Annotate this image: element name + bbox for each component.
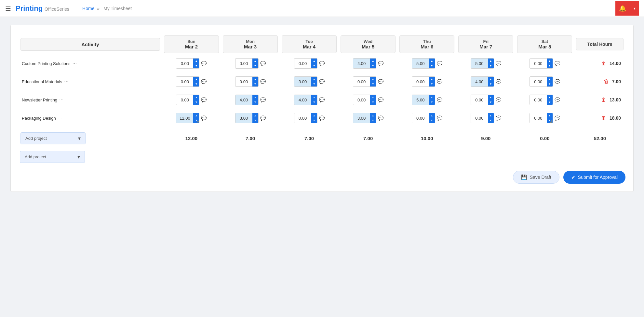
delete-row-button[interactable]: 🗑 [604,79,609,85]
time-input[interactable] [471,113,488,123]
time-input[interactable] [530,77,547,86]
spinner-up-button[interactable]: ▲ [547,95,553,100]
comment-icon[interactable]: 💬 [378,79,383,84]
spinner-down-button[interactable]: ▼ [252,118,258,123]
time-input[interactable] [235,113,252,123]
time-input[interactable] [294,95,311,105]
spinner-up-button[interactable]: ▲ [488,113,494,118]
time-input[interactable] [176,59,193,68]
spinner-up-button[interactable]: ▲ [488,77,494,82]
add-project-button-inline[interactable]: Add project ▾ [20,132,86,144]
time-input[interactable] [530,59,547,68]
spinner-down-button[interactable]: ▼ [311,100,317,105]
spinner-down-button[interactable]: ▼ [252,82,258,86]
comment-icon[interactable]: 💬 [260,97,266,102]
spinner-up-button[interactable]: ▲ [429,77,435,82]
time-input[interactable] [176,77,193,86]
comment-icon[interactable]: 💬 [496,115,501,121]
comment-icon[interactable]: 💬 [319,61,325,66]
delete-row-button[interactable]: 🗑 [601,115,606,121]
spinner-down-button[interactable]: ▼ [252,63,258,68]
comment-icon[interactable]: 💬 [201,61,207,66]
spinner-up-button[interactable]: ▲ [193,95,199,100]
delete-row-button[interactable]: 🗑 [601,60,606,66]
spinner-down-button[interactable]: ▼ [193,82,199,86]
comment-icon[interactable]: 💬 [260,79,266,84]
time-input[interactable] [176,95,193,105]
time-input[interactable] [353,59,370,68]
comment-icon[interactable]: 💬 [496,61,501,66]
comment-icon[interactable]: 💬 [555,79,560,84]
time-input[interactable] [353,77,370,86]
spinner-down-button[interactable]: ▼ [429,82,435,86]
spinner-up-button[interactable]: ▲ [252,77,258,82]
spinner-up-button[interactable]: ▲ [252,95,258,100]
comment-icon[interactable]: 💬 [437,79,442,84]
spinner-down-button[interactable]: ▼ [370,118,376,123]
spinner-up-button[interactable]: ▲ [488,95,494,100]
save-draft-button[interactable]: 💾 Save Draft [513,171,559,184]
spinner-down-button[interactable]: ▼ [311,82,317,86]
comment-icon[interactable]: 💬 [555,61,560,66]
spinner-down-button[interactable]: ▼ [311,63,317,68]
spinner-down-button[interactable]: ▼ [370,82,376,86]
spinner-down-button[interactable]: ▼ [311,118,317,123]
time-input[interactable] [353,95,370,105]
comment-icon[interactable]: 💬 [201,79,207,84]
comment-icon[interactable]: 💬 [319,79,325,84]
time-input[interactable] [471,59,488,68]
row-menu-dots[interactable]: ··· [64,79,68,85]
spinner-down-button[interactable]: ▼ [429,100,435,105]
comment-icon[interactable]: 💬 [437,115,442,121]
comment-icon[interactable]: 💬 [260,61,266,66]
delete-row-button[interactable]: 🗑 [601,97,606,103]
time-input[interactable] [235,77,252,86]
row-menu-dots[interactable]: ··· [59,97,63,103]
comment-icon[interactable]: 💬 [378,61,383,66]
breadcrumb-home[interactable]: Home [82,6,94,11]
spinner-down-button[interactable]: ▼ [193,63,199,68]
time-input[interactable] [412,59,429,68]
spinner-up-button[interactable]: ▲ [193,59,199,63]
comment-icon[interactable]: 💬 [496,79,501,84]
row-menu-dots[interactable]: ··· [73,60,77,66]
spinner-up-button[interactable]: ▲ [429,113,435,118]
comment-icon[interactable]: 💬 [555,97,560,102]
spinner-up-button[interactable]: ▲ [370,113,376,118]
spinner-up-button[interactable]: ▲ [252,113,258,118]
comment-icon[interactable]: 💬 [260,115,266,121]
header-dropdown-button[interactable]: ▾ [630,1,639,16]
submit-approval-button[interactable]: ✔ Submit for Approval [563,171,625,184]
time-input[interactable] [471,95,488,105]
time-input[interactable] [294,113,311,123]
time-input[interactable] [294,59,311,68]
notification-button[interactable]: 🔔 [615,1,630,16]
spinner-down-button[interactable]: ▼ [488,82,494,86]
spinner-down-button[interactable]: ▼ [193,100,199,105]
comment-icon[interactable]: 💬 [378,115,383,121]
spinner-up-button[interactable]: ▲ [370,77,376,82]
spinner-up-button[interactable]: ▲ [547,77,553,82]
spinner-up-button[interactable]: ▲ [370,59,376,63]
spinner-down-button[interactable]: ▼ [370,63,376,68]
spinner-down-button[interactable]: ▼ [488,100,494,105]
comment-icon[interactable]: 💬 [201,115,207,121]
row-menu-dots[interactable]: ··· [58,115,62,121]
comment-icon[interactable]: 💬 [201,97,207,102]
spinner-down-button[interactable]: ▼ [547,100,553,105]
spinner-up-button[interactable]: ▲ [370,95,376,100]
comment-icon[interactable]: 💬 [319,97,325,102]
time-input[interactable] [235,95,252,105]
spinner-down-button[interactable]: ▼ [252,100,258,105]
time-input[interactable] [530,113,547,123]
spinner-up-button[interactable]: ▲ [547,59,553,63]
spinner-down-button[interactable]: ▼ [488,118,494,123]
time-input[interactable] [471,77,488,86]
menu-icon[interactable]: ☰ [5,5,11,12]
comment-icon[interactable]: 💬 [496,97,501,102]
comment-icon[interactable]: 💬 [437,61,442,66]
spinner-up-button[interactable]: ▲ [252,59,258,63]
time-input[interactable] [412,95,429,105]
comment-icon[interactable]: 💬 [437,97,442,102]
spinner-down-button[interactable]: ▼ [488,63,494,68]
